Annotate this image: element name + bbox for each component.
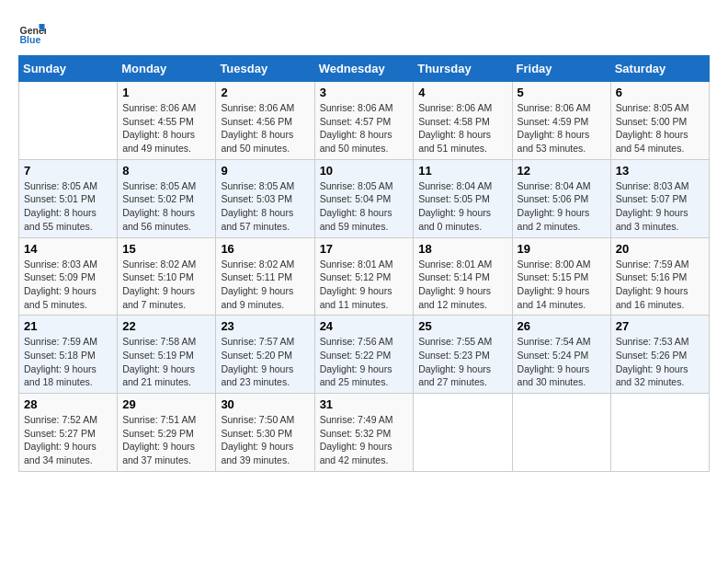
calendar-cell: 14Sunrise: 8:03 AM Sunset: 5:09 PM Dayli… [19, 237, 118, 316]
day-info: Sunrise: 8:03 AM Sunset: 5:07 PM Dayligh… [616, 179, 704, 234]
calendar-cell: 21Sunrise: 7:59 AM Sunset: 5:18 PM Dayli… [19, 316, 118, 394]
calendar-cell: 25Sunrise: 7:55 AM Sunset: 5:23 PM Dayli… [414, 316, 512, 394]
calendar-cell: 28Sunrise: 7:52 AM Sunset: 5:27 PM Dayli… [19, 394, 118, 472]
day-info: Sunrise: 8:00 AM Sunset: 5:15 PM Dayligh… [518, 258, 606, 312]
logo: General Blue [18, 18, 50, 46]
calendar-cell: 30Sunrise: 7:50 AM Sunset: 5:30 PM Dayli… [216, 394, 314, 472]
day-number: 28 [24, 397, 112, 411]
day-number: 27 [616, 319, 704, 333]
calendar-week-5: 28Sunrise: 7:52 AM Sunset: 5:27 PM Dayli… [19, 394, 710, 472]
calendar-cell: 19Sunrise: 8:00 AM Sunset: 5:15 PM Dayli… [512, 237, 610, 316]
day-info: Sunrise: 8:06 AM Sunset: 4:58 PM Dayligh… [418, 101, 506, 155]
calendar-cell: 15Sunrise: 8:02 AM Sunset: 5:10 PM Dayli… [118, 237, 216, 316]
day-number: 9 [221, 164, 309, 178]
calendar-cell [19, 82, 118, 160]
calendar-cell: 9Sunrise: 8:05 AM Sunset: 5:03 PM Daylig… [216, 159, 314, 237]
day-info: Sunrise: 7:59 AM Sunset: 5:18 PM Dayligh… [24, 335, 112, 389]
day-number: 13 [616, 164, 704, 178]
calendar-cell [414, 394, 512, 472]
day-info: Sunrise: 8:05 AM Sunset: 5:02 PM Dayligh… [122, 179, 210, 234]
day-info: Sunrise: 8:06 AM Sunset: 4:57 PM Dayligh… [320, 101, 409, 155]
calendar-cell: 10Sunrise: 8:05 AM Sunset: 5:04 PM Dayli… [314, 159, 414, 237]
calendar-cell: 7Sunrise: 8:05 AM Sunset: 5:01 PM Daylig… [19, 159, 118, 237]
calendar-cell: 13Sunrise: 8:03 AM Sunset: 5:07 PM Dayli… [610, 159, 709, 237]
day-info: Sunrise: 7:50 AM Sunset: 5:30 PM Dayligh… [221, 413, 309, 467]
day-info: Sunrise: 8:05 AM Sunset: 5:03 PM Dayligh… [221, 179, 309, 234]
calendar-cell: 22Sunrise: 7:58 AM Sunset: 5:19 PM Dayli… [118, 316, 216, 394]
calendar-week-3: 14Sunrise: 8:03 AM Sunset: 5:09 PM Dayli… [19, 237, 710, 316]
day-number: 2 [221, 86, 309, 99]
day-number: 18 [418, 242, 506, 256]
calendar-body: 1Sunrise: 8:06 AM Sunset: 4:55 PM Daylig… [19, 82, 710, 472]
column-header-friday: Friday [512, 56, 610, 82]
day-info: Sunrise: 7:59 AM Sunset: 5:16 PM Dayligh… [616, 258, 704, 312]
day-number: 22 [122, 319, 210, 333]
day-number: 10 [320, 164, 409, 178]
day-number: 24 [320, 319, 409, 333]
day-number: 30 [221, 397, 309, 411]
day-number: 26 [518, 319, 606, 333]
day-number: 25 [418, 319, 506, 333]
calendar-cell: 4Sunrise: 8:06 AM Sunset: 4:58 PM Daylig… [414, 82, 512, 160]
column-header-wednesday: Wednesday [314, 56, 414, 82]
calendar-cell [610, 394, 709, 472]
day-info: Sunrise: 8:03 AM Sunset: 5:09 PM Dayligh… [24, 258, 112, 312]
calendar-week-2: 7Sunrise: 8:05 AM Sunset: 5:01 PM Daylig… [19, 159, 710, 237]
day-number: 20 [616, 242, 704, 256]
day-number: 11 [418, 164, 506, 178]
day-info: Sunrise: 8:05 AM Sunset: 5:04 PM Dayligh… [320, 179, 409, 234]
calendar-cell: 23Sunrise: 7:57 AM Sunset: 5:20 PM Dayli… [216, 316, 314, 394]
day-info: Sunrise: 8:02 AM Sunset: 5:10 PM Dayligh… [122, 258, 210, 312]
calendar-cell: 27Sunrise: 7:53 AM Sunset: 5:26 PM Dayli… [610, 316, 709, 394]
day-info: Sunrise: 7:58 AM Sunset: 5:19 PM Dayligh… [122, 335, 210, 389]
calendar-cell: 18Sunrise: 8:01 AM Sunset: 5:14 PM Dayli… [414, 237, 512, 316]
day-number: 29 [122, 397, 210, 411]
column-header-saturday: Saturday [610, 56, 709, 82]
day-number: 31 [320, 397, 409, 411]
calendar-cell: 8Sunrise: 8:05 AM Sunset: 5:02 PM Daylig… [118, 159, 216, 237]
day-info: Sunrise: 8:05 AM Sunset: 5:00 PM Dayligh… [616, 101, 704, 155]
day-info: Sunrise: 7:57 AM Sunset: 5:20 PM Dayligh… [221, 335, 309, 389]
page-header: General Blue [18, 18, 710, 46]
calendar-cell: 31Sunrise: 7:49 AM Sunset: 5:32 PM Dayli… [314, 394, 414, 472]
calendar-week-4: 21Sunrise: 7:59 AM Sunset: 5:18 PM Dayli… [19, 316, 710, 394]
calendar-cell: 3Sunrise: 8:06 AM Sunset: 4:57 PM Daylig… [314, 82, 414, 160]
day-info: Sunrise: 8:02 AM Sunset: 5:11 PM Dayligh… [221, 258, 309, 312]
day-number: 16 [221, 242, 309, 256]
calendar-cell: 12Sunrise: 8:04 AM Sunset: 5:06 PM Dayli… [512, 159, 610, 237]
day-info: Sunrise: 8:04 AM Sunset: 5:05 PM Dayligh… [418, 179, 506, 234]
day-number: 6 [616, 86, 704, 99]
calendar-cell: 11Sunrise: 8:04 AM Sunset: 5:05 PM Dayli… [414, 159, 512, 237]
day-info: Sunrise: 7:51 AM Sunset: 5:29 PM Dayligh… [122, 413, 210, 467]
calendar-cell: 24Sunrise: 7:56 AM Sunset: 5:22 PM Dayli… [314, 316, 414, 394]
day-info: Sunrise: 8:01 AM Sunset: 5:12 PM Dayligh… [320, 258, 409, 312]
day-info: Sunrise: 7:53 AM Sunset: 5:26 PM Dayligh… [616, 335, 704, 389]
day-info: Sunrise: 8:05 AM Sunset: 5:01 PM Dayligh… [24, 179, 112, 234]
svg-text:Blue: Blue [20, 34, 41, 45]
column-header-thursday: Thursday [414, 56, 512, 82]
day-number: 12 [518, 164, 606, 178]
day-number: 15 [122, 242, 210, 256]
day-number: 7 [24, 164, 112, 178]
day-number: 3 [320, 86, 409, 99]
calendar-cell: 17Sunrise: 8:01 AM Sunset: 5:12 PM Dayli… [314, 237, 414, 316]
calendar-cell: 5Sunrise: 8:06 AM Sunset: 4:59 PM Daylig… [512, 82, 610, 160]
calendar-cell: 1Sunrise: 8:06 AM Sunset: 4:55 PM Daylig… [118, 82, 216, 160]
column-header-monday: Monday [118, 56, 216, 82]
calendar-cell: 6Sunrise: 8:05 AM Sunset: 5:00 PM Daylig… [610, 82, 709, 160]
day-number: 5 [518, 86, 606, 99]
day-number: 21 [24, 319, 112, 333]
day-number: 23 [221, 319, 309, 333]
day-number: 14 [24, 242, 112, 256]
column-header-tuesday: Tuesday [216, 56, 314, 82]
day-info: Sunrise: 8:06 AM Sunset: 4:59 PM Dayligh… [518, 101, 606, 155]
calendar-cell: 2Sunrise: 8:06 AM Sunset: 4:56 PM Daylig… [216, 82, 314, 160]
calendar-cell: 29Sunrise: 7:51 AM Sunset: 5:29 PM Dayli… [118, 394, 216, 472]
day-number: 4 [418, 86, 506, 99]
calendar-cell: 26Sunrise: 7:54 AM Sunset: 5:24 PM Dayli… [512, 316, 610, 394]
day-number: 19 [518, 242, 606, 256]
day-info: Sunrise: 7:49 AM Sunset: 5:32 PM Dayligh… [320, 413, 409, 467]
day-number: 17 [320, 242, 409, 256]
day-info: Sunrise: 7:56 AM Sunset: 5:22 PM Dayligh… [320, 335, 409, 389]
day-number: 8 [122, 164, 210, 178]
